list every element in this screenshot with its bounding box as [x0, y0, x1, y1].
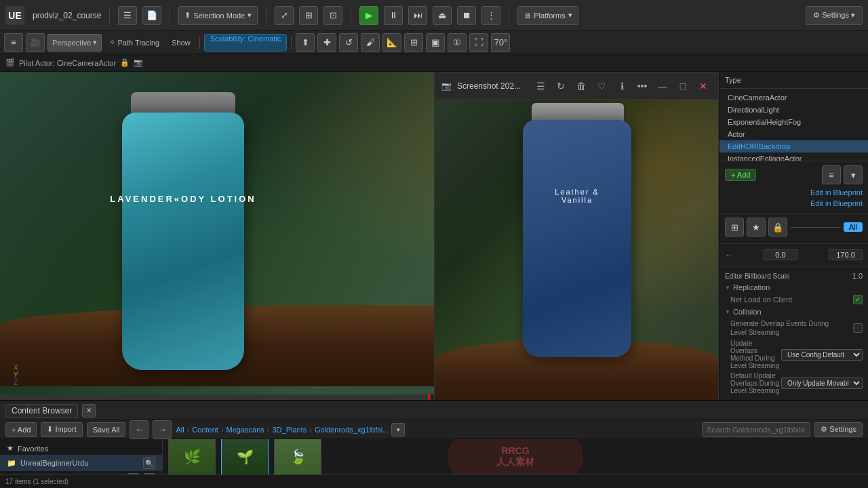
cb-nav-back-btn[interactable]: ←	[130, 420, 149, 439]
right-section-props: ← 0.0 170.0	[719, 243, 868, 266]
cb-add-btn[interactable]: + Add	[5, 422, 37, 437]
add-component-btn[interactable]: + Add	[725, 169, 756, 181]
cb-nav-fwd-btn[interactable]: →	[153, 420, 172, 439]
edit-blueprint-btn-2[interactable]: Edit in Blueprint	[725, 198, 863, 209]
bottom-panel: Content Browser ✕ + Add ⬇ Import Save Al…	[0, 400, 868, 488]
file-btn[interactable]: 📄	[142, 6, 161, 25]
play-btn[interactable]: ▶	[359, 6, 378, 25]
viewport[interactable]: X Y Z 📷 Screenshot 202... ☰ ↻ 🗑 ♡ ℹ	[0, 72, 719, 400]
asset-thumb-3[interactable]: 🍃	[274, 439, 321, 474]
screenshot-delete-btn[interactable]: 🗑	[573, 78, 589, 94]
screenshot-title: Screenshot 202...	[457, 81, 527, 91]
angle-btn[interactable]: 70°	[491, 33, 510, 52]
sidebar-unreal-beginner[interactable]: 📁 UnrealBeginnerUrdu 🔍	[0, 455, 162, 471]
add-select-btn[interactable]: ✚	[317, 33, 336, 52]
lock-icon-btn[interactable]: 🔒	[768, 218, 787, 237]
billboard-section: Editor Billboard Scale 1.0 Replication N…	[719, 266, 868, 400]
screenshot-close-btn[interactable]: ✕	[695, 78, 711, 94]
paint-btn[interactable]: 🖌	[361, 33, 380, 52]
number-btn[interactable]: ①	[448, 33, 467, 52]
cb-save-all-btn[interactable]: Save All	[87, 422, 126, 437]
only-update-select[interactable]: Only Update Movable	[781, 378, 863, 389]
type-item-cinecamera[interactable]: CineCameraActor	[719, 92, 868, 104]
app-logo: UE	[5, 6, 24, 25]
perspective-btn[interactable]: Perspective ▾	[47, 34, 102, 52]
view-toggle-btn[interactable]: ▾	[844, 165, 863, 184]
type-item-directional[interactable]: DirectionalLight	[719, 104, 868, 116]
content-browser-tab[interactable]: Content Browser	[5, 404, 78, 418]
prop-row-x: ← 0.0 170.0	[725, 248, 863, 262]
more-btn[interactable]: ⋮	[481, 6, 500, 25]
settings-btn[interactable]: ⚙ Settings ▾	[806, 6, 863, 25]
type-item-hdri[interactable]: EditHDRIBackdrop	[719, 140, 868, 152]
ruler-btn[interactable]: 📐	[382, 33, 401, 52]
snap-btn[interactable]: ⊞	[299, 6, 318, 25]
update-overlaps-label: Update Overlaps Method During Level Stre…	[730, 340, 781, 369]
pilot-video-icon: 📷	[134, 58, 143, 67]
prop-x-value[interactable]: 0.0	[764, 249, 797, 260]
type-item-exp-fog[interactable]: ExponentialHeightFog	[719, 116, 868, 128]
favorites-label: Favorites	[18, 445, 48, 453]
all-filter-btn[interactable]: All	[844, 222, 863, 232]
path-expand-btn[interactable]: ▾	[391, 423, 405, 436]
cb-settings-btn[interactable]: ⚙ Settings	[814, 422, 863, 437]
cb-import-btn[interactable]: ⬇ Import	[41, 422, 82, 437]
view-grid-btn[interactable]: ⊞	[404, 33, 423, 52]
net-load-check[interactable]: ✓	[853, 295, 863, 304]
eject-btn[interactable]: ⏏	[433, 6, 452, 25]
screenshot-list-view-btn[interactable]: ☰	[532, 78, 549, 94]
close-content-browser-btn[interactable]: ✕	[82, 404, 96, 418]
hamburger-btn[interactable]: ☰	[118, 6, 137, 25]
path-megascans[interactable]: Megascans	[226, 426, 264, 434]
path-content[interactable]: Content	[192, 426, 218, 434]
asset-thumb-1[interactable]: 🌿	[168, 439, 216, 474]
select-icon-btn[interactable]: ⬆	[296, 33, 315, 52]
selection-mode-btn[interactable]: ⬆ Selection Mode ▾	[178, 6, 258, 25]
transform-btn[interactable]: ⤢	[275, 6, 294, 25]
screenshot-refresh-btn[interactable]: ↻	[553, 78, 569, 94]
sidebar-favorites[interactable]: ★ Favorites	[0, 442, 162, 455]
billboard-label: Editor Billboard Scale	[725, 272, 790, 280]
plant-icon-3: 🍃	[290, 449, 307, 465]
viewport-options-btn[interactable]: ≡	[4, 33, 23, 52]
prop-y-value[interactable]: 170.0	[829, 249, 863, 260]
edit-blueprint-btn-1[interactable]: Edit in Blueprint	[725, 187, 863, 198]
star-icon-btn[interactable]: ★	[747, 218, 766, 237]
view-options-btn[interactable]: ≡	[822, 165, 841, 184]
path-all[interactable]: All	[176, 426, 184, 434]
billboard-row: Editor Billboard Scale 1.0	[725, 270, 863, 281]
screenshot-minimize-btn[interactable]: —	[654, 78, 671, 94]
chevron-down-icon: ▾	[248, 11, 252, 20]
grid-btn[interactable]: ⊡	[323, 6, 342, 25]
layout-btn[interactable]: ▣	[426, 33, 445, 52]
pause-btn[interactable]: ⏸	[384, 6, 403, 25]
screenshot-info-btn[interactable]: ℹ	[614, 78, 630, 94]
type-item-actor[interactable]: Actor	[719, 128, 868, 140]
path-tracing-btn[interactable]: ✧ Path Tracing	[104, 34, 164, 52]
viewport-toolbar: ≡ 🎥 Perspective ▾ ✧ Path Tracing Show Sc…	[0, 31, 868, 54]
billboard-value: 1.0	[852, 272, 863, 280]
path-3d-plants[interactable]: 3D_Plants	[272, 426, 307, 434]
search-input[interactable]	[702, 422, 810, 437]
rotate-btn[interactable]: ↺	[339, 33, 358, 52]
skip-btn[interactable]: ⏭	[408, 6, 427, 25]
overlap-events-check[interactable]	[853, 323, 863, 333]
type-item-foliage[interactable]: InstancedFoliageActor	[719, 152, 868, 161]
screenshot-heart-btn[interactable]: ♡	[593, 78, 610, 94]
screenshot-more-btn[interactable]: •••	[634, 78, 650, 94]
screenshot-maximize-btn[interactable]: □	[675, 78, 691, 94]
overlap-events-row: Generate Overlap Events During Level Str…	[725, 318, 863, 338]
grid-icon-btn[interactable]: ⊞	[725, 218, 744, 237]
path-goldenrods[interactable]: Goldenrods_xg1lbfsi...	[315, 426, 389, 434]
lavender-bottle	[122, 113, 244, 370]
maximize-vp-btn[interactable]: ⛶	[469, 33, 488, 52]
update-method-select[interactable]: Use Config Default	[781, 349, 863, 361]
search-sidebar-btn[interactable]: 🔍	[143, 457, 155, 469]
viewport-icon[interactable]: 🎥	[26, 33, 45, 52]
stop-btn[interactable]: ⏹	[457, 6, 476, 25]
show-btn[interactable]: Show	[167, 34, 195, 52]
prop-x-label: ←	[725, 251, 732, 259]
asset-thumb-2[interactable]: 🌱	[221, 439, 269, 474]
platforms-btn[interactable]: 🖥 Platforms ▾	[517, 6, 578, 25]
scalability-btn[interactable]: Scalability: Cinematic	[204, 34, 288, 52]
